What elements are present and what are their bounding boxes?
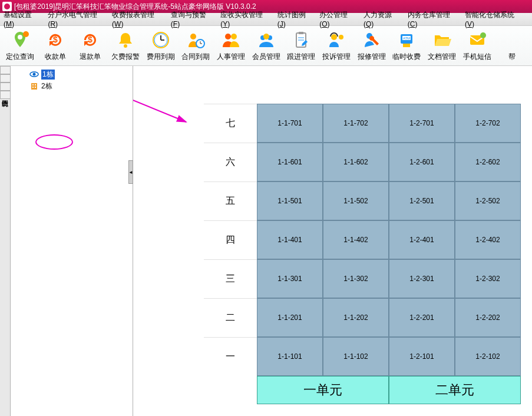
floor-label: 一: [204, 337, 257, 376]
unit-cell-0[interactable]: 一单元: [257, 376, 389, 404]
tree-node-2栋[interactable]: 2栋: [13, 80, 130, 92]
room-cell[interactable]: 1-1-202: [323, 298, 389, 337]
floor-label: 五: [204, 181, 257, 220]
room-cell[interactable]: 1-1-501: [257, 181, 323, 220]
room-cell[interactable]: 1-2-701: [389, 104, 455, 143]
annotation-arrow: [133, 66, 198, 131]
side-tab-1[interactable]: 图形查询: [0, 74, 10, 82]
toolbar: 定位查询$收款单$退款单欠费报警费用到期合同到期人事管理会员管理跟进管理投诉管理…: [0, 26, 532, 66]
toolbar-btn-退款单[interactable]: $退款单: [72, 27, 108, 65]
people-icon: [220, 29, 242, 51]
tree-node-label: 2栋: [41, 81, 52, 91]
svg-point-24: [339, 35, 343, 39]
menu-item-6[interactable]: 办公管理(O): [319, 10, 356, 28]
annotation-circle: [35, 134, 73, 150]
toolbar-btn-临时收费[interactable]: ATM临时收费: [389, 27, 424, 65]
menu-item-0[interactable]: 基础设置(M): [4, 10, 41, 28]
room-cell[interactable]: 1-1-302: [323, 259, 389, 298]
collapse-handle[interactable]: ◄: [128, 160, 133, 184]
room-cell[interactable]: 1-2-202: [455, 298, 521, 337]
svg-point-15: [231, 34, 237, 39]
svg-point-0: [4, 4, 10, 9]
room-cell[interactable]: 1-2-201: [389, 298, 455, 337]
toolbar-label: 文档管理: [428, 52, 456, 62]
svg-line-39: [133, 71, 186, 122]
menu-item-2[interactable]: 收费报表管理(W): [112, 10, 164, 28]
menu-item-5[interactable]: 统计图例(J): [277, 10, 313, 28]
svg-rect-35: [32, 84, 34, 85]
room-cell[interactable]: 1-1-601: [257, 143, 323, 181]
eye-icon: [29, 70, 39, 79]
menu-item-8[interactable]: 内务仓库管理(C): [408, 10, 458, 28]
toolbar-btn-欠费报警[interactable]: 欠费报警: [108, 27, 143, 65]
room-cell[interactable]: 1-2-401: [389, 220, 455, 259]
room-cell[interactable]: 1-2-101: [389, 337, 455, 376]
menu-item-9[interactable]: 智能化仓储系统(V): [465, 10, 521, 28]
floor-row-四: 四1-1-4011-1-4021-2-4011-2-402: [204, 220, 521, 259]
tree-node-1栋[interactable]: 1栋: [13, 68, 130, 80]
menu-item-7[interactable]: 人力资源(Q): [364, 10, 401, 28]
room-cell[interactable]: 1-2-302: [455, 259, 521, 298]
toolbar-label: 收款单: [45, 52, 66, 62]
room-cell[interactable]: 1-1-502: [323, 181, 389, 220]
toolbar-btn-合同到期[interactable]: 合同到期: [178, 27, 213, 65]
menu-item-4[interactable]: 应收实收管理(Y): [220, 10, 270, 28]
svg-rect-20: [299, 32, 303, 34]
blank-icon: [501, 29, 523, 51]
svg-rect-38: [35, 87, 36, 88]
room-cell[interactable]: 1-2-601: [389, 143, 455, 181]
menu-item-3[interactable]: 查询与预警(F): [171, 10, 213, 28]
room-cell[interactable]: 1-2-602: [455, 143, 521, 181]
svg-rect-34: [31, 83, 37, 90]
members-icon: [256, 29, 277, 51]
toolbar-btn-帮[interactable]: 帮: [494, 27, 530, 65]
svg-point-5: [124, 44, 127, 48]
floor-row-二: 二1-1-2011-1-2021-2-2011-2-202: [204, 298, 521, 337]
room-cell[interactable]: 1-1-602: [323, 143, 389, 181]
floor-label: 二: [204, 298, 257, 337]
person-clock-icon: [185, 29, 206, 51]
clipboard-icon: [290, 29, 312, 51]
tree-node-label: 1栋: [41, 70, 55, 80]
svg-point-1: [18, 35, 22, 39]
side-tab-3[interactable]: 统计图例: [0, 91, 10, 99]
floor-row-六: 六1-1-6011-1-6021-2-6011-2-602: [204, 143, 521, 181]
svg-point-33: [33, 73, 36, 76]
toolbar-btn-会员管理[interactable]: 会员管理: [249, 27, 284, 65]
svg-point-2: [23, 31, 29, 37]
room-grid: 七1-1-7011-1-7021-2-7011-2-702六1-1-6011-1…: [204, 104, 521, 404]
toolbar-btn-报修管理[interactable]: 报修管理: [354, 27, 389, 65]
room-cell[interactable]: 1-2-402: [455, 220, 521, 259]
unit-cell-1[interactable]: 二单元: [389, 376, 521, 404]
toolbar-btn-手机短信[interactable]: 手机短信: [460, 27, 495, 65]
room-cell[interactable]: 1-2-102: [455, 337, 521, 376]
toolbar-btn-费用到期[interactable]: 费用到期: [143, 27, 179, 65]
toolbar-btn-投诉管理[interactable]: 投诉管理: [319, 27, 354, 65]
room-cell[interactable]: 1-2-502: [455, 181, 521, 220]
room-cell[interactable]: 1-2-301: [389, 259, 455, 298]
toolbar-label: 费用到期: [147, 52, 175, 62]
svg-rect-29: [403, 44, 410, 47]
room-cell[interactable]: 1-1-201: [257, 298, 323, 337]
toolbar-btn-文档管理[interactable]: 文档管理: [424, 27, 460, 65]
toolbar-btn-收款单[interactable]: $收款单: [38, 27, 73, 65]
side-tab-0[interactable]: 楼盘图示: [0, 66, 10, 74]
room-cell[interactable]: 1-1-402: [323, 220, 389, 259]
room-cell[interactable]: 1-1-701: [257, 104, 323, 143]
atm-icon: ATM: [396, 29, 417, 51]
toolbar-btn-跟进管理[interactable]: 跟进管理: [283, 27, 319, 65]
room-cell[interactable]: 1-1-702: [323, 104, 389, 143]
grid-area: 七1-1-7011-1-7021-2-7011-2-702六1-1-6011-1…: [133, 66, 532, 416]
room-cell[interactable]: 1-1-102: [323, 337, 389, 376]
room-cell[interactable]: 1-2-702: [455, 104, 521, 143]
toolbar-btn-人事管理[interactable]: 人事管理: [213, 27, 249, 65]
room-cell[interactable]: 1-1-301: [257, 259, 323, 298]
toolbar-label: 帮: [508, 52, 516, 62]
room-cell[interactable]: 1-1-401: [257, 220, 323, 259]
side-tab-2[interactable]: 收费查询: [0, 82, 10, 91]
room-cell[interactable]: 1-2-501: [389, 181, 455, 220]
room-cell[interactable]: 1-1-101: [257, 337, 323, 376]
toolbar-btn-定位查询[interactable]: 定位查询: [2, 27, 38, 65]
floor-row-七: 七1-1-7011-1-7021-2-7011-2-702: [204, 104, 521, 143]
menu-item-1[interactable]: 分户水电气管理(R): [48, 10, 105, 28]
